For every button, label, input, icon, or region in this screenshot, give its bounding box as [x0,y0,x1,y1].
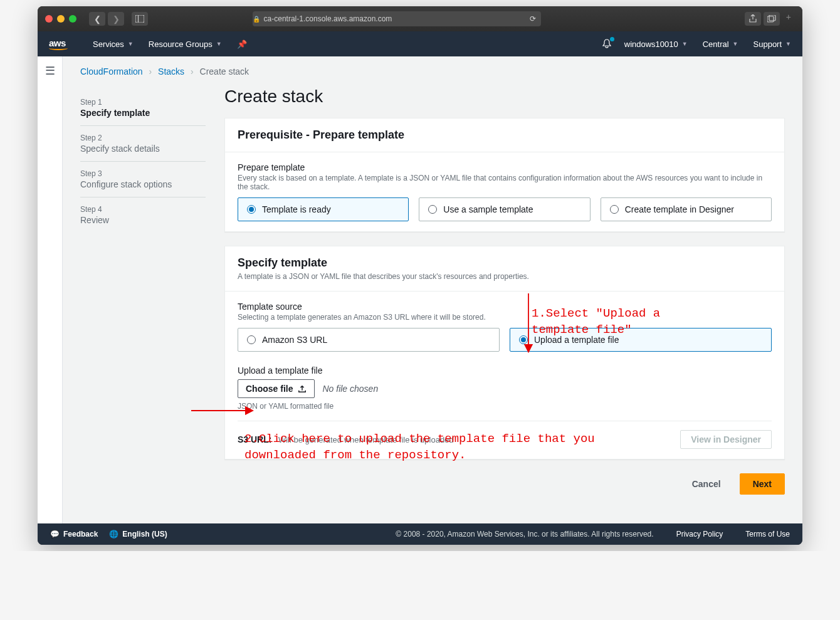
svg-rect-0 [135,15,144,23]
svg-rect-3 [769,15,775,21]
view-in-designer-button[interactable]: View in Designer [680,430,772,449]
s3-url-text: Will be generated when template file is … [278,435,454,444]
radio-icon [247,335,256,344]
breadcrumb-stacks[interactable]: Stacks [158,66,184,76]
specify-header: Specify template [238,256,772,270]
chevron-right-icon: › [191,66,194,76]
prepare-template-label: Prepare template [238,162,772,172]
breadcrumb-cloudformation[interactable]: CloudFormation [80,66,143,76]
choose-file-button[interactable]: Choose file [238,379,315,398]
language-selector[interactable]: 🌐 English (US) [109,530,167,539]
radio-icon [428,205,437,214]
share-icon[interactable] [745,12,761,26]
terms-link[interactable]: Terms of Use [745,530,790,539]
minimize-window-icon[interactable] [57,15,65,23]
new-tab-icon[interactable]: + [782,12,795,26]
notifications-icon[interactable] [602,38,612,50]
breadcrumb-current: Create stack [200,66,249,76]
cancel-button[interactable]: Cancel [681,473,732,495]
svg-rect-2 [767,16,774,22]
radio-icon [519,335,528,344]
left-rail: ☰ [38,56,63,523]
pin-icon[interactable]: 📌 [237,39,247,49]
upload-label: Upload a template file [238,365,772,376]
radio-sample-template[interactable]: Use a sample template [419,197,590,221]
url-text: ca-central-1.console.aws.amazon.com [264,14,392,23]
nav-support[interactable]: Support▼ [753,39,791,49]
template-source-label: Template source [238,302,772,312]
radio-create-designer[interactable]: Create template in Designer [601,197,772,221]
step-4[interactable]: Step 4 Review [80,197,206,233]
forward-button[interactable]: ❯ [108,12,124,26]
panel-specify-template: Specify template A template is a JSON or… [224,246,785,460]
step-3[interactable]: Step 3 Configure stack options [80,162,206,197]
next-button[interactable]: Next [740,473,785,495]
upload-icon [298,384,307,393]
sidebar-toggle-icon[interactable] [132,12,148,26]
hamburger-icon[interactable]: ☰ [38,64,62,78]
browser-toolbar: ❮ ❯ 🔒 ca-central-1.console.aws.amazon.co… [38,6,802,31]
page-title: Create stack [224,87,785,107]
no-file-chosen: No file chosen [322,384,378,394]
tabs-icon[interactable] [764,12,780,26]
feedback-link[interactable]: 💬 Feedback [50,530,98,539]
template-source-help: Selecting a template generates an Amazon… [238,313,772,322]
breadcrumb: CloudFormation › Stacks › Create stack [80,66,785,76]
copyright: © 2008 - 2020, Amazon Web Services, Inc.… [396,530,653,539]
chevron-right-icon: › [149,66,152,76]
radio-s3-url[interactable]: Amazon S3 URL [238,328,500,352]
aws-logo[interactable]: aws [49,38,68,50]
wizard-steps: Step 1 Specify template Step 2 Specify s… [80,87,206,495]
prerequisite-header: Prerequisite - Prepare template [238,129,772,142]
s3-url-label: S3 URL: [238,434,271,444]
radio-icon [610,205,619,214]
footer: 💬 Feedback 🌐 English (US) © 2008 - 2020,… [38,523,802,545]
step-1[interactable]: Step 1 Specify template [80,90,206,126]
fullscreen-window-icon[interactable] [69,15,76,23]
specify-desc: A template is a JSON or YAML file that d… [238,272,772,281]
radio-icon [247,205,256,214]
radio-upload-file[interactable]: Upload a template file [510,328,772,352]
reload-icon[interactable]: ⟳ [530,14,536,23]
aws-top-nav: aws Services▼ Resource Groups▼ 📌 windows… [38,31,802,56]
lock-icon: 🔒 [253,16,260,23]
window-controls [45,15,76,23]
nav-account[interactable]: windows10010▼ [624,39,688,49]
privacy-link[interactable]: Privacy Policy [676,530,723,539]
panel-prerequisite: Prerequisite - Prepare template Prepare … [224,118,785,232]
radio-template-ready[interactable]: Template is ready [238,197,409,221]
file-hint: JSON or YAML formatted file [238,402,772,411]
globe-icon: 🌐 [109,530,118,539]
nav-region[interactable]: Central▼ [703,39,738,49]
speech-bubble-icon: 💬 [50,530,60,539]
close-window-icon[interactable] [45,15,53,23]
back-button[interactable]: ❮ [89,12,105,26]
step-2[interactable]: Step 2 Specify stack details [80,126,206,162]
nav-services[interactable]: Services▼ [93,39,134,49]
nav-resource-groups[interactable]: Resource Groups▼ [149,39,222,49]
url-bar[interactable]: 🔒 ca-central-1.console.aws.amazon.com ⟳ [253,11,541,26]
prepare-template-help: Every stack is based on a template. A te… [238,174,772,191]
